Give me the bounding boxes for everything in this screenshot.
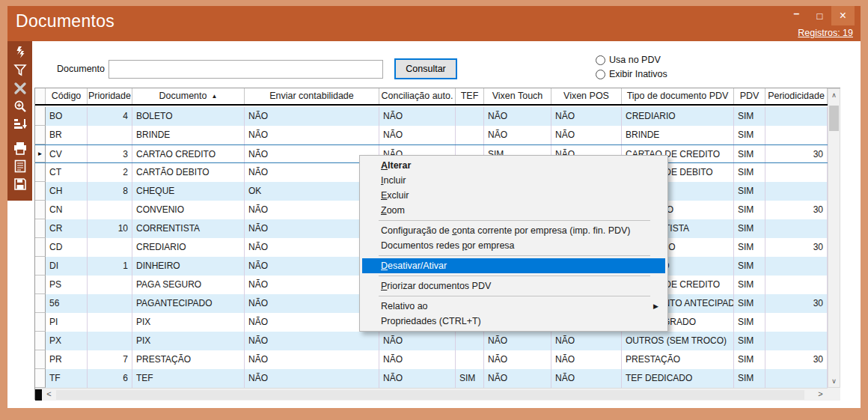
cell[interactable]: BRINDE xyxy=(622,126,734,144)
row-header[interactable] xyxy=(35,201,46,219)
context-menu-item[interactable]: Incluir xyxy=(360,173,667,188)
cell[interactable]: SIM xyxy=(734,294,765,313)
context-menu-item[interactable]: Zoom xyxy=(360,203,667,218)
cell[interactable] xyxy=(456,332,484,350)
cell[interactable]: PRESTAÇÃO xyxy=(132,350,245,369)
context-menu-item[interactable]: Relativo ao▶ xyxy=(360,299,667,314)
cell[interactable]: BO xyxy=(46,107,88,126)
cell[interactable]: 10 xyxy=(88,219,132,238)
cell[interactable] xyxy=(765,163,828,182)
cell[interactable]: OUTROS (SEM TROCO) xyxy=(622,332,734,350)
cell[interactable]: CN xyxy=(46,201,88,219)
context-menu-item[interactable]: Excluir xyxy=(360,188,667,203)
cell[interactable]: SIM xyxy=(734,145,765,162)
cell[interactable]: 2 xyxy=(88,163,132,182)
cell[interactable]: NÃO xyxy=(551,350,622,369)
row-header[interactable]: ► xyxy=(35,145,46,162)
cell[interactable]: CT xyxy=(46,163,88,182)
column-header[interactable]: PDV xyxy=(734,88,765,104)
cell[interactable]: CR xyxy=(46,219,88,238)
context-menu-item[interactable]: Propriedades (CTRL+T) xyxy=(360,314,667,329)
cell[interactable]: CORRENTISTA xyxy=(132,219,245,238)
row-header[interactable] xyxy=(35,219,46,238)
context-menu-item[interactable]: Alterar xyxy=(360,158,667,173)
cell[interactable]: SIM xyxy=(734,369,765,388)
row-header[interactable] xyxy=(35,257,46,276)
horizontal-scroll-thumb[interactable] xyxy=(56,390,804,400)
context-menu-item[interactable]: Documentos redes por empresa xyxy=(360,238,667,253)
consultar-button[interactable]: Consultar xyxy=(394,58,457,79)
context-menu-item[interactable]: Priorizar documentos PDV xyxy=(360,279,667,293)
cell[interactable]: NÃO xyxy=(484,369,551,388)
cell[interactable]: SIM xyxy=(734,163,765,182)
row-header[interactable] xyxy=(35,126,46,144)
clear-filter-button[interactable] xyxy=(10,81,30,99)
row-header[interactable] xyxy=(35,107,46,126)
registros-link[interactable]: Registros: 19 xyxy=(798,28,853,38)
cell[interactable] xyxy=(88,201,132,219)
cell[interactable] xyxy=(88,294,132,313)
row-header[interactable] xyxy=(35,332,46,350)
cell[interactable] xyxy=(765,369,828,388)
cell[interactable] xyxy=(765,107,828,126)
minimize-button[interactable]: – xyxy=(785,6,808,25)
table-row[interactable]: BRBRINDENÃONÃONÃONÃOBRINDESIM xyxy=(35,126,828,144)
cell[interactable]: PI xyxy=(46,313,88,332)
cell[interactable]: SIM xyxy=(734,276,765,294)
cell[interactable] xyxy=(765,276,828,294)
cell[interactable]: NÃO xyxy=(245,126,379,144)
cell[interactable]: NÃO xyxy=(379,107,456,126)
scroll-right-arrow-icon[interactable]: > xyxy=(815,389,826,401)
cell[interactable]: SIM xyxy=(734,182,765,201)
column-header[interactable]: Periodicidade xyxy=(765,88,828,104)
cell[interactable]: 6 xyxy=(88,369,132,388)
cell[interactable]: SIM xyxy=(734,107,765,126)
cell[interactable]: SIM xyxy=(734,219,765,238)
cell[interactable]: CARTÃO DEBITO xyxy=(132,163,245,182)
cell[interactable]: NÃO xyxy=(484,107,551,126)
cell[interactable]: NÃO xyxy=(484,350,551,369)
cell[interactable] xyxy=(765,332,828,350)
column-header[interactable]: Prioridade xyxy=(88,88,132,104)
print-button[interactable] xyxy=(10,141,30,159)
scroll-left-arrow-icon[interactable]: < xyxy=(43,389,55,401)
column-header[interactable]: Vixen Touch xyxy=(484,88,551,104)
zoom-button[interactable] xyxy=(10,99,30,117)
cell[interactable]: PX xyxy=(46,332,88,350)
titlebar[interactable]: Documentos – □ × Registros: 19 xyxy=(7,6,861,41)
cell[interactable]: NÃO xyxy=(245,350,379,369)
radio-usa-no-pdv[interactable]: Usa no PDV xyxy=(596,53,667,67)
row-header[interactable] xyxy=(35,294,46,313)
row-header[interactable] xyxy=(35,276,46,294)
cell[interactable]: CHEQUE xyxy=(132,182,245,201)
cell[interactable]: NÃO xyxy=(551,107,622,126)
cell[interactable]: NÃO xyxy=(245,332,379,350)
cell[interactable]: TEF xyxy=(132,369,245,388)
cell[interactable] xyxy=(765,182,828,201)
cell[interactable]: 7 xyxy=(88,350,132,369)
cell[interactable]: SIM xyxy=(734,332,765,350)
cell[interactable]: CV xyxy=(46,145,88,162)
vertical-scrollbar[interactable]: ∧ ∨ xyxy=(828,88,840,388)
column-header[interactable]: Conciliação auto. xyxy=(379,88,456,104)
cell[interactable]: NÃO xyxy=(484,332,551,350)
cell[interactable]: 4 xyxy=(88,107,132,126)
maximize-button[interactable]: □ xyxy=(808,6,831,25)
cell[interactable]: NÃO xyxy=(245,369,379,388)
sort-button[interactable] xyxy=(10,117,30,135)
cell[interactable]: PS xyxy=(46,276,88,294)
cell[interactable]: DINHEIRO xyxy=(132,257,245,276)
cell[interactable]: 30 xyxy=(765,294,828,313)
cell[interactable]: NÃO xyxy=(379,126,456,144)
table-row[interactable]: TF6TEFNÃONÃOSIMNÃONÃOTEF DEDICADOSIM xyxy=(35,369,828,388)
column-header[interactable]: Documento▲ xyxy=(132,88,245,104)
radio-icon[interactable] xyxy=(596,55,605,65)
cell[interactable]: BOLETO xyxy=(132,107,245,126)
cell[interactable] xyxy=(88,332,132,350)
cell[interactable]: NÃO xyxy=(551,126,622,144)
refresh-button[interactable] xyxy=(10,45,30,63)
cell[interactable]: CREDIARIO xyxy=(132,238,245,257)
column-header[interactable]: TEF xyxy=(456,88,484,104)
cell[interactable] xyxy=(456,126,484,144)
cell[interactable]: 1 xyxy=(88,257,132,276)
